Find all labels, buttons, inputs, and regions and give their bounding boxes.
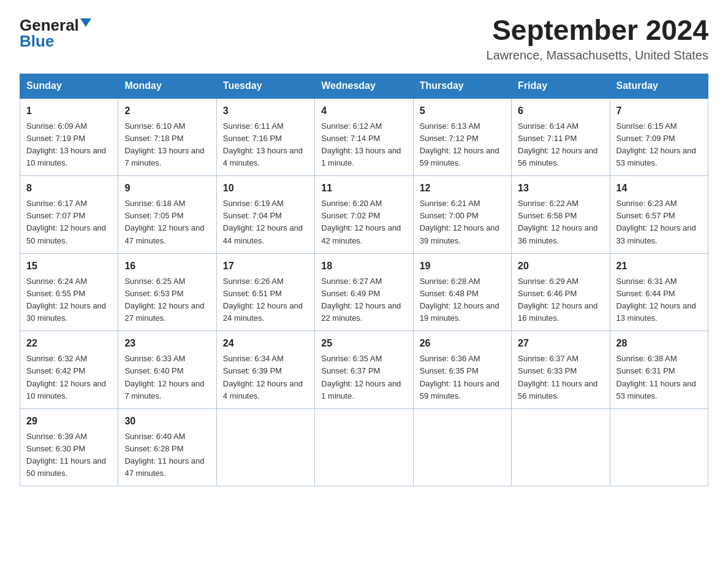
logo-triangle-icon <box>80 18 91 27</box>
calendar-title: September 2024 <box>487 15 708 46</box>
day-number: 30 <box>124 414 210 429</box>
day-number: 6 <box>518 104 603 118</box>
calendar-cell: 19Sunrise: 6:28 AMSunset: 6:48 PMDayligh… <box>413 253 511 331</box>
calendar-cell: 4Sunrise: 6:12 AMSunset: 7:14 PMDaylight… <box>315 98 413 176</box>
calendar-cell: 12Sunrise: 6:21 AMSunset: 7:00 PMDayligh… <box>413 176 511 254</box>
calendar-cell <box>512 408 610 486</box>
day-number: 2 <box>124 104 210 118</box>
calendar-cell: 16Sunrise: 6:25 AMSunset: 6:53 PMDayligh… <box>118 253 216 331</box>
weekday-header-friday: Friday <box>512 74 610 98</box>
weekday-header-tuesday: Tuesday <box>216 74 314 98</box>
day-info: Sunrise: 6:29 AMSunset: 6:46 PMDaylight:… <box>518 277 597 323</box>
calendar-week-row: 8Sunrise: 6:17 AMSunset: 7:07 PMDaylight… <box>20 176 708 254</box>
day-number: 17 <box>223 259 308 274</box>
calendar-cell: 27Sunrise: 6:37 AMSunset: 6:33 PMDayligh… <box>512 331 610 409</box>
day-info: Sunrise: 6:24 AMSunset: 6:55 PMDaylight:… <box>26 277 106 323</box>
day-info: Sunrise: 6:11 AMSunset: 7:16 PMDaylight:… <box>223 121 303 167</box>
day-number: 19 <box>420 259 505 274</box>
day-info: Sunrise: 6:10 AMSunset: 7:18 PMDaylight:… <box>124 121 204 167</box>
day-number: 25 <box>321 336 406 351</box>
calendar-cell: 8Sunrise: 6:17 AMSunset: 7:07 PMDaylight… <box>20 176 118 254</box>
day-number: 5 <box>420 104 505 118</box>
day-number: 9 <box>124 181 210 196</box>
day-info: Sunrise: 6:20 AMSunset: 7:02 PMDaylight:… <box>321 199 401 245</box>
day-number: 15 <box>26 259 112 274</box>
day-info: Sunrise: 6:37 AMSunset: 6:33 PMDaylight:… <box>518 354 597 400</box>
day-number: 10 <box>223 181 308 196</box>
calendar-cell: 3Sunrise: 6:11 AMSunset: 7:16 PMDaylight… <box>216 98 314 176</box>
day-info: Sunrise: 6:15 AMSunset: 7:09 PMDaylight:… <box>616 121 696 167</box>
day-info: Sunrise: 6:21 AMSunset: 7:00 PMDaylight:… <box>420 199 499 245</box>
day-info: Sunrise: 6:25 AMSunset: 6:53 PMDaylight:… <box>124 277 204 323</box>
day-number: 20 <box>518 259 603 274</box>
day-number: 14 <box>616 181 702 196</box>
day-info: Sunrise: 6:38 AMSunset: 6:31 PMDaylight:… <box>616 354 696 400</box>
calendar-cell: 15Sunrise: 6:24 AMSunset: 6:55 PMDayligh… <box>20 253 118 331</box>
calendar-cell: 11Sunrise: 6:20 AMSunset: 7:02 PMDayligh… <box>315 176 413 254</box>
calendar-cell: 7Sunrise: 6:15 AMSunset: 7:09 PMDaylight… <box>610 98 708 176</box>
calendar-table: SundayMondayTuesdayWednesdayThursdayFrid… <box>20 74 708 487</box>
calendar-cell: 10Sunrise: 6:19 AMSunset: 7:04 PMDayligh… <box>216 176 314 254</box>
day-number: 28 <box>616 336 702 351</box>
calendar-cell: 20Sunrise: 6:29 AMSunset: 6:46 PMDayligh… <box>512 253 610 331</box>
page-header: General Blue September 2024 Lawrence, Ma… <box>20 15 708 63</box>
day-number: 1 <box>26 104 112 118</box>
calendar-cell: 22Sunrise: 6:32 AMSunset: 6:42 PMDayligh… <box>20 331 118 409</box>
calendar-cell: 25Sunrise: 6:35 AMSunset: 6:37 PMDayligh… <box>315 331 413 409</box>
day-info: Sunrise: 6:22 AMSunset: 6:58 PMDaylight:… <box>518 199 597 245</box>
day-info: Sunrise: 6:34 AMSunset: 6:39 PMDaylight:… <box>223 354 303 400</box>
calendar-cell: 5Sunrise: 6:13 AMSunset: 7:12 PMDaylight… <box>413 98 511 176</box>
day-info: Sunrise: 6:17 AMSunset: 7:07 PMDaylight:… <box>26 199 106 245</box>
weekday-header-monday: Monday <box>118 74 216 98</box>
title-area: September 2024 Lawrence, Massachusetts, … <box>487 15 708 63</box>
calendar-cell <box>216 408 314 486</box>
day-info: Sunrise: 6:31 AMSunset: 6:44 PMDaylight:… <box>616 277 696 323</box>
calendar-cell: 26Sunrise: 6:36 AMSunset: 6:35 PMDayligh… <box>413 331 511 409</box>
day-number: 29 <box>26 414 112 429</box>
day-info: Sunrise: 6:26 AMSunset: 6:51 PMDaylight:… <box>223 277 303 323</box>
day-info: Sunrise: 6:12 AMSunset: 7:14 PMDaylight:… <box>321 121 401 167</box>
calendar-cell <box>315 408 413 486</box>
day-number: 11 <box>321 181 406 196</box>
day-number: 12 <box>420 181 505 196</box>
calendar-week-row: 1Sunrise: 6:09 AMSunset: 7:19 PMDaylight… <box>20 98 708 176</box>
day-number: 27 <box>518 336 603 351</box>
calendar-week-row: 15Sunrise: 6:24 AMSunset: 6:55 PMDayligh… <box>20 253 708 331</box>
calendar-cell: 21Sunrise: 6:31 AMSunset: 6:44 PMDayligh… <box>610 253 708 331</box>
day-number: 21 <box>616 259 702 274</box>
day-number: 24 <box>223 336 308 351</box>
day-info: Sunrise: 6:14 AMSunset: 7:11 PMDaylight:… <box>518 121 597 167</box>
day-info: Sunrise: 6:33 AMSunset: 6:40 PMDaylight:… <box>124 354 204 400</box>
day-number: 26 <box>420 336 505 351</box>
day-number: 13 <box>518 181 603 196</box>
calendar-cell: 17Sunrise: 6:26 AMSunset: 6:51 PMDayligh… <box>216 253 314 331</box>
calendar-cell: 28Sunrise: 6:38 AMSunset: 6:31 PMDayligh… <box>610 331 708 409</box>
day-info: Sunrise: 6:27 AMSunset: 6:49 PMDaylight:… <box>321 277 401 323</box>
day-info: Sunrise: 6:40 AMSunset: 6:28 PMDaylight:… <box>124 432 204 478</box>
day-info: Sunrise: 6:35 AMSunset: 6:37 PMDaylight:… <box>321 354 401 400</box>
calendar-cell: 14Sunrise: 6:23 AMSunset: 6:57 PMDayligh… <box>610 176 708 254</box>
day-info: Sunrise: 6:36 AMSunset: 6:35 PMDaylight:… <box>420 354 499 400</box>
day-number: 4 <box>321 104 406 118</box>
weekday-header-saturday: Saturday <box>610 74 708 98</box>
day-info: Sunrise: 6:13 AMSunset: 7:12 PMDaylight:… <box>420 121 499 167</box>
calendar-subtitle: Lawrence, Massachusetts, United States <box>487 48 708 63</box>
logo-blue: Blue <box>20 32 54 50</box>
calendar-cell <box>413 408 511 486</box>
day-number: 16 <box>124 259 210 274</box>
day-number: 18 <box>321 259 406 274</box>
weekday-header-sunday: Sunday <box>20 74 118 98</box>
calendar-cell: 23Sunrise: 6:33 AMSunset: 6:40 PMDayligh… <box>118 331 216 409</box>
calendar-week-row: 22Sunrise: 6:32 AMSunset: 6:42 PMDayligh… <box>20 331 708 409</box>
calendar-cell: 18Sunrise: 6:27 AMSunset: 6:49 PMDayligh… <box>315 253 413 331</box>
day-info: Sunrise: 6:32 AMSunset: 6:42 PMDaylight:… <box>26 354 106 400</box>
calendar-cell: 29Sunrise: 6:39 AMSunset: 6:30 PMDayligh… <box>20 408 118 486</box>
calendar-cell: 2Sunrise: 6:10 AMSunset: 7:18 PMDaylight… <box>118 98 216 176</box>
logo: General Blue <box>20 17 91 49</box>
weekday-header-thursday: Thursday <box>413 74 511 98</box>
calendar-cell: 6Sunrise: 6:14 AMSunset: 7:11 PMDaylight… <box>512 98 610 176</box>
calendar-cell: 9Sunrise: 6:18 AMSunset: 7:05 PMDaylight… <box>118 176 216 254</box>
day-info: Sunrise: 6:18 AMSunset: 7:05 PMDaylight:… <box>124 199 204 245</box>
calendar-cell: 13Sunrise: 6:22 AMSunset: 6:58 PMDayligh… <box>512 176 610 254</box>
day-info: Sunrise: 6:28 AMSunset: 6:48 PMDaylight:… <box>420 277 499 323</box>
